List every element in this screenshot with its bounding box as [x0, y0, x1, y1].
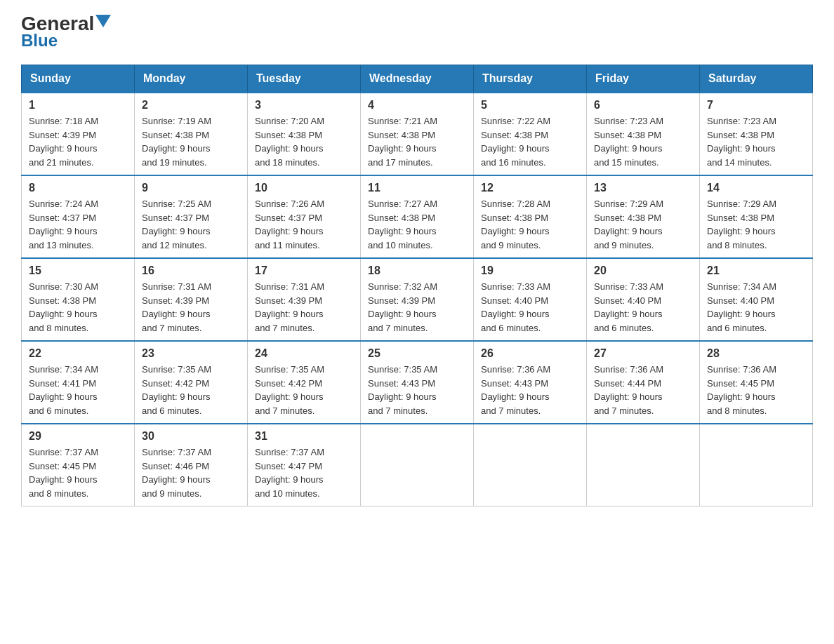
day-number: 25 — [368, 347, 466, 360]
day-number: 18 — [368, 264, 466, 277]
calendar-cell: 18 Sunrise: 7:32 AM Sunset: 4:39 PM Dayl… — [361, 258, 474, 341]
page-header: General Blue — [21, 14, 813, 51]
day-number: 3 — [255, 99, 353, 112]
calendar-cell: 20 Sunrise: 7:33 AM Sunset: 4:40 PM Dayl… — [587, 258, 700, 341]
day-number: 12 — [481, 182, 579, 194]
day-number: 30 — [142, 430, 240, 443]
week-row-5: 29 Sunrise: 7:37 AM Sunset: 4:45 PM Dayl… — [22, 424, 813, 507]
calendar-cell: 8 Sunrise: 7:24 AM Sunset: 4:37 PM Dayli… — [22, 175, 135, 258]
day-info: Sunrise: 7:37 AM Sunset: 4:45 PM Dayligh… — [29, 445, 127, 500]
day-number: 19 — [481, 264, 579, 277]
day-info: Sunrise: 7:35 AM Sunset: 4:43 PM Dayligh… — [368, 363, 466, 417]
day-number: 17 — [255, 264, 353, 277]
day-info: Sunrise: 7:29 AM Sunset: 4:38 PM Dayligh… — [594, 197, 692, 252]
calendar-cell: 7 Sunrise: 7:23 AM Sunset: 4:38 PM Dayli… — [700, 93, 813, 175]
calendar-cell: 23 Sunrise: 7:35 AM Sunset: 4:42 PM Dayl… — [135, 341, 248, 424]
logo-triangle-icon — [95, 15, 111, 27]
day-number: 8 — [29, 182, 127, 194]
logo-blue: Blue — [21, 31, 58, 51]
day-info: Sunrise: 7:35 AM Sunset: 4:42 PM Dayligh… — [142, 363, 240, 417]
day-number: 7 — [707, 99, 805, 112]
calendar-cell: 12 Sunrise: 7:28 AM Sunset: 4:38 PM Dayl… — [474, 175, 587, 258]
day-info: Sunrise: 7:31 AM Sunset: 4:39 PM Dayligh… — [142, 280, 240, 335]
calendar-cell: 28 Sunrise: 7:36 AM Sunset: 4:45 PM Dayl… — [700, 341, 813, 424]
calendar-cell: 26 Sunrise: 7:36 AM Sunset: 4:43 PM Dayl… — [474, 341, 587, 424]
day-info: Sunrise: 7:37 AM Sunset: 4:47 PM Dayligh… — [255, 445, 353, 500]
day-number: 21 — [707, 264, 805, 277]
calendar-cell: 4 Sunrise: 7:21 AM Sunset: 4:38 PM Dayli… — [361, 93, 474, 175]
day-number: 14 — [707, 182, 805, 194]
week-row-4: 22 Sunrise: 7:34 AM Sunset: 4:41 PM Dayl… — [22, 341, 813, 424]
day-info: Sunrise: 7:18 AM Sunset: 4:39 PM Dayligh… — [29, 114, 127, 169]
day-number: 26 — [481, 347, 579, 360]
day-info: Sunrise: 7:21 AM Sunset: 4:38 PM Dayligh… — [368, 114, 466, 169]
day-number: 27 — [594, 347, 692, 360]
calendar-cell — [474, 424, 587, 507]
day-number: 29 — [29, 430, 127, 443]
calendar-cell: 30 Sunrise: 7:37 AM Sunset: 4:46 PM Dayl… — [135, 424, 248, 507]
calendar-cell: 1 Sunrise: 7:18 AM Sunset: 4:39 PM Dayli… — [22, 93, 135, 175]
day-number: 28 — [707, 347, 805, 360]
day-info: Sunrise: 7:19 AM Sunset: 4:38 PM Dayligh… — [142, 114, 240, 169]
day-info: Sunrise: 7:33 AM Sunset: 4:40 PM Dayligh… — [594, 280, 692, 335]
calendar-cell: 17 Sunrise: 7:31 AM Sunset: 4:39 PM Dayl… — [248, 258, 361, 341]
day-of-week-monday: Monday — [135, 65, 248, 93]
day-number: 9 — [142, 182, 240, 194]
day-info: Sunrise: 7:34 AM Sunset: 4:40 PM Dayligh… — [707, 280, 805, 335]
day-number: 10 — [255, 182, 353, 194]
calendar-cell: 21 Sunrise: 7:34 AM Sunset: 4:40 PM Dayl… — [700, 258, 813, 341]
calendar-cell — [361, 424, 474, 507]
day-info: Sunrise: 7:23 AM Sunset: 4:38 PM Dayligh… — [594, 114, 692, 169]
day-info: Sunrise: 7:33 AM Sunset: 4:40 PM Dayligh… — [481, 280, 579, 335]
day-info: Sunrise: 7:26 AM Sunset: 4:37 PM Dayligh… — [255, 197, 353, 252]
day-number: 15 — [29, 264, 127, 277]
day-info: Sunrise: 7:28 AM Sunset: 4:38 PM Dayligh… — [481, 197, 579, 252]
calendar-table: SundayMondayTuesdayWednesdayThursdayFrid… — [21, 65, 813, 507]
calendar-cell: 6 Sunrise: 7:23 AM Sunset: 4:38 PM Dayli… — [587, 93, 700, 175]
calendar-cell: 19 Sunrise: 7:33 AM Sunset: 4:40 PM Dayl… — [474, 258, 587, 341]
calendar-cell: 2 Sunrise: 7:19 AM Sunset: 4:38 PM Dayli… — [135, 93, 248, 175]
day-number: 23 — [142, 347, 240, 360]
day-info: Sunrise: 7:25 AM Sunset: 4:37 PM Dayligh… — [142, 197, 240, 252]
day-of-week-wednesday: Wednesday — [361, 65, 474, 93]
calendar-cell: 29 Sunrise: 7:37 AM Sunset: 4:45 PM Dayl… — [22, 424, 135, 507]
day-info: Sunrise: 7:35 AM Sunset: 4:42 PM Dayligh… — [255, 363, 353, 417]
day-number: 11 — [368, 182, 466, 194]
day-of-week-thursday: Thursday — [474, 65, 587, 93]
calendar-cell: 13 Sunrise: 7:29 AM Sunset: 4:38 PM Dayl… — [587, 175, 700, 258]
day-info: Sunrise: 7:23 AM Sunset: 4:38 PM Dayligh… — [707, 114, 805, 169]
calendar-cell: 5 Sunrise: 7:22 AM Sunset: 4:38 PM Dayli… — [474, 93, 587, 175]
day-of-week-saturday: Saturday — [700, 65, 813, 93]
week-row-1: 1 Sunrise: 7:18 AM Sunset: 4:39 PM Dayli… — [22, 93, 813, 175]
day-number: 5 — [481, 99, 579, 112]
day-info: Sunrise: 7:31 AM Sunset: 4:39 PM Dayligh… — [255, 280, 353, 335]
day-info: Sunrise: 7:36 AM Sunset: 4:45 PM Dayligh… — [707, 363, 805, 417]
calendar-cell: 3 Sunrise: 7:20 AM Sunset: 4:38 PM Dayli… — [248, 93, 361, 175]
day-info: Sunrise: 7:34 AM Sunset: 4:41 PM Dayligh… — [29, 363, 127, 417]
day-info: Sunrise: 7:37 AM Sunset: 4:46 PM Dayligh… — [142, 445, 240, 500]
calendar-cell: 16 Sunrise: 7:31 AM Sunset: 4:39 PM Dayl… — [135, 258, 248, 341]
calendar-cell: 25 Sunrise: 7:35 AM Sunset: 4:43 PM Dayl… — [361, 341, 474, 424]
calendar-cell: 22 Sunrise: 7:34 AM Sunset: 4:41 PM Dayl… — [22, 341, 135, 424]
calendar-cell — [700, 424, 813, 507]
day-info: Sunrise: 7:20 AM Sunset: 4:38 PM Dayligh… — [255, 114, 353, 169]
calendar-cell: 24 Sunrise: 7:35 AM Sunset: 4:42 PM Dayl… — [248, 341, 361, 424]
day-number: 4 — [368, 99, 466, 112]
day-info: Sunrise: 7:24 AM Sunset: 4:37 PM Dayligh… — [29, 197, 127, 252]
day-number: 20 — [594, 264, 692, 277]
week-row-2: 8 Sunrise: 7:24 AM Sunset: 4:37 PM Dayli… — [22, 175, 813, 258]
day-number: 6 — [594, 99, 692, 112]
day-of-week-tuesday: Tuesday — [248, 65, 361, 93]
day-of-week-sunday: Sunday — [22, 65, 135, 93]
calendar-cell: 11 Sunrise: 7:27 AM Sunset: 4:38 PM Dayl… — [361, 175, 474, 258]
day-of-week-friday: Friday — [587, 65, 700, 93]
calendar-cell: 9 Sunrise: 7:25 AM Sunset: 4:37 PM Dayli… — [135, 175, 248, 258]
days-of-week-row: SundayMondayTuesdayWednesdayThursdayFrid… — [22, 65, 813, 93]
day-info: Sunrise: 7:30 AM Sunset: 4:38 PM Dayligh… — [29, 280, 127, 335]
logo: General Blue — [21, 14, 111, 51]
calendar-cell: 15 Sunrise: 7:30 AM Sunset: 4:38 PM Dayl… — [22, 258, 135, 341]
day-info: Sunrise: 7:22 AM Sunset: 4:38 PM Dayligh… — [481, 114, 579, 169]
day-info: Sunrise: 7:32 AM Sunset: 4:39 PM Dayligh… — [368, 280, 466, 335]
day-info: Sunrise: 7:36 AM Sunset: 4:44 PM Dayligh… — [594, 363, 692, 417]
day-number: 13 — [594, 182, 692, 194]
